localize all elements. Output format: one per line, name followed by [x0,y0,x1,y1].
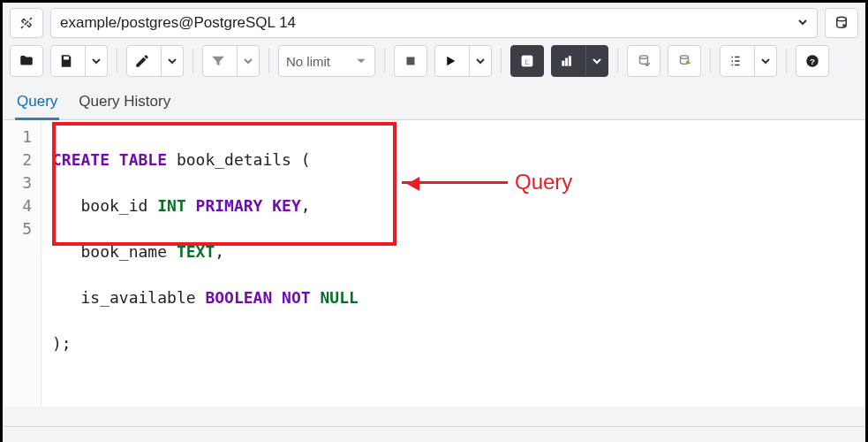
open-file-button[interactable] [10,45,43,77]
chevron-down-icon[interactable] [161,46,183,76]
toolbar-separator [117,49,117,73]
explain-analyze-button[interactable] [551,45,608,77]
connection-label: example/postgres@PostgreSQL 14 [60,14,296,32]
toolbar-separator [384,49,385,73]
toolbar-separator [192,49,193,73]
chevron-down-icon[interactable] [237,46,259,76]
help-button[interactable]: ? [796,45,829,77]
toolbar-separator [617,49,618,73]
connection-status-icon[interactable] [10,8,43,38]
tab-data-output[interactable]: Data output [15,436,96,442]
filter-button[interactable] [202,45,260,77]
tab-notifications[interactable]: Notifications [207,436,292,442]
chevron-down-icon[interactable] [85,46,107,76]
macros-button[interactable] [720,45,777,77]
line-gutter: 1 2 3 4 5 [3,120,42,407]
svg-point-8 [681,56,689,59]
svg-point-0 [837,17,847,21]
limit-select[interactable]: No limit [278,45,375,77]
connection-select[interactable]: example/postgres@PostgreSQL 14 [50,8,818,38]
execute-button[interactable] [434,45,492,77]
chevron-down-icon[interactable] [469,46,491,76]
svg-point-7 [640,56,648,59]
toolbar-separator [268,49,269,73]
svg-rect-5 [566,58,568,65]
sql-editor[interactable]: 1 2 3 4 5 CREATE TABLE book_details ( bo… [3,120,865,407]
annotation-label-query: Query [515,170,572,194]
toolbar-separator [501,49,502,73]
svg-rect-1 [407,57,415,65]
toolbar-separator [710,49,711,73]
svg-rect-6 [569,57,570,66]
explain-button[interactable]: E [510,45,544,77]
limit-label: No limit [286,54,330,69]
chevron-down-icon[interactable] [754,46,776,76]
svg-rect-4 [562,61,564,65]
toolbar-separator [786,49,787,73]
tab-query[interactable]: Query [15,89,59,120]
commit-button[interactable] [627,45,660,77]
stop-button[interactable] [394,45,427,77]
svg-text:?: ? [810,57,815,66]
sql-code[interactable]: CREATE TABLE book_details ( book_id INT … [42,120,369,407]
server-db-icon[interactable] [825,8,858,38]
edit-button[interactable] [126,45,184,77]
rollback-button[interactable] [668,45,701,77]
annotation-arrow-query: Query [402,170,572,194]
chevron-down-icon [797,16,808,30]
tab-messages[interactable]: Messages [116,436,187,442]
chevron-down-icon[interactable] [585,46,608,76]
svg-text:E: E [525,57,530,66]
save-button[interactable] [50,45,108,77]
tab-query-history[interactable]: Query History [77,89,172,119]
